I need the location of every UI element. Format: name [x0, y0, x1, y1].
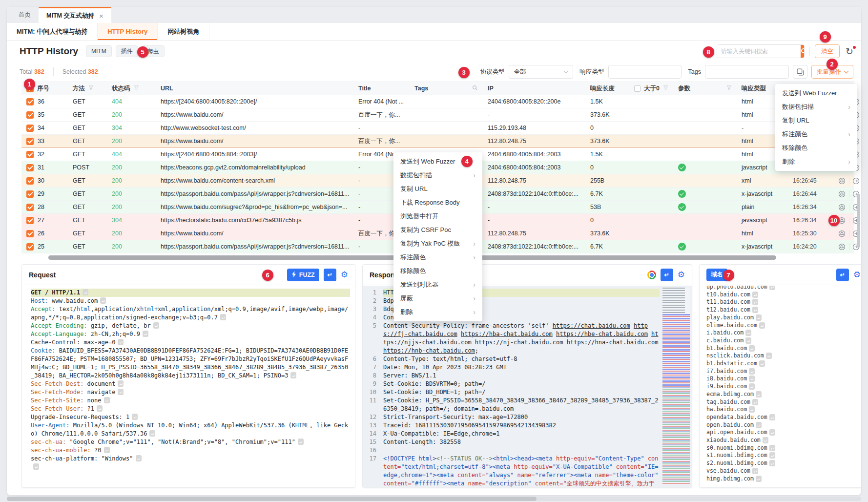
domain-item[interactable]: api.open.baidu.com↵ [706, 429, 861, 437]
domain-item[interactable]: open.baidu.com↵ [706, 421, 861, 429]
gear-icon[interactable]: ⚙ [341, 271, 348, 279]
search-input[interactable] [717, 45, 801, 58]
domain-item[interactable]: i.baidu.com↵ [706, 329, 861, 337]
tab-mitm-session[interactable]: MITM 交互式劫持 × [39, 7, 111, 23]
domain-item[interactable]: nsclick.baidu.com↵ [706, 352, 861, 360]
newline-toggle-button[interactable]: ↵ [324, 269, 336, 281]
domain-item[interactable]: t10.baidu.com↵ [706, 291, 861, 299]
menu-item[interactable]: 下载 Response Body [393, 196, 482, 209]
subtab-active[interactable]: HTTP History [98, 23, 158, 40]
domain-item[interactable]: s1.nuomi.bdimg.com↵ [706, 452, 861, 460]
row-checkbox[interactable] [26, 243, 34, 251]
menu-item[interactable]: 复制为 Yak PoC 模版› [393, 237, 482, 251]
domain-item[interactable]: xiaodu.baidu.com↵ [706, 437, 861, 444]
crlf-badge: ↵ [769, 460, 775, 466]
source-chip[interactable]: 插件 [116, 45, 138, 57]
menu-item[interactable]: 标注颜色› [393, 251, 482, 264]
domain-item[interactable]: i7.baidu.com↵ [706, 368, 861, 376]
row-checkbox[interactable] [26, 230, 34, 237]
menu-item[interactable]: 标注颜色› [775, 127, 857, 141]
filter-funnel-icon[interactable] [726, 85, 732, 92]
editor-minimap[interactable] [662, 288, 690, 483]
clear-button[interactable]: 清空 [815, 44, 840, 58]
row-checkbox[interactable] [26, 177, 34, 185]
menu-item[interactable]: 删除› [775, 155, 857, 168]
color-swatch-icon[interactable] [793, 65, 807, 79]
domain-item[interactable]: olime.baidu.com↵ [706, 322, 861, 330]
domain-item[interactable]: t12.baidu.com↵ [706, 306, 861, 314]
table-vertical-scrollbar[interactable] [857, 194, 860, 248]
tags-input[interactable] [705, 65, 789, 79]
table-row[interactable]: 35GET200https://www.baidu.com/百度一下，你...-… [21, 108, 854, 122]
menu-item[interactable]: 移除颜色 [393, 264, 482, 278]
search-icon[interactable] [801, 45, 805, 58]
source-chip[interactable]: MITM [86, 45, 112, 57]
menu-item[interactable]: 复制 URL [393, 182, 482, 196]
menu-item[interactable]: 数据包扫描› [775, 100, 857, 114]
protocol-select[interactable]: 全部 [509, 65, 573, 79]
domain-item[interactable]: c.baidu.com↵ [706, 337, 861, 345]
menu-item[interactable]: 复制为 CSRF Poc [393, 223, 482, 237]
open-in-browser-icon[interactable] [835, 230, 849, 237]
menu-item[interactable]: 发送到对比器› [393, 278, 482, 292]
gt0-checkbox[interactable] [634, 85, 641, 92]
menu-item[interactable]: 数据包扫描› [393, 168, 482, 182]
gear-icon[interactable]: ⚙ [678, 271, 685, 279]
filter-funnel-icon[interactable] [663, 85, 668, 92]
open-in-browser-icon[interactable] [835, 190, 849, 198]
menu-item[interactable]: 移除颜色 [775, 141, 857, 155]
refresh-icon[interactable]: ↻ [846, 47, 853, 56]
menu-item[interactable]: 删除› [393, 305, 482, 319]
row-checkbox[interactable] [26, 111, 34, 119]
domain-item[interactable]: ecma.bdimg.com↵ [706, 391, 861, 398]
menu-item[interactable]: 屏蔽› [393, 292, 482, 305]
row-checkbox[interactable] [26, 204, 34, 211]
table-row[interactable]: 36GET404https://[2404:6800:4005:820::200… [21, 95, 854, 108]
row-checkbox[interactable] [26, 98, 34, 105]
domain-item[interactable]: tag.baidu.com↵ [706, 398, 861, 406]
domain-item[interactable]: play.baidu.com↵ [706, 314, 861, 322]
fuzz-button[interactable]: FUZZ [287, 269, 319, 281]
row-checkbox[interactable] [26, 125, 34, 132]
search-icon[interactable] [472, 85, 478, 92]
domain-item[interactable]: i8.baidu.com↵ [706, 375, 861, 383]
open-in-browser-icon[interactable] [835, 243, 849, 251]
newline-toggle-button[interactable]: ↵ [661, 269, 673, 281]
domain-item[interactable]: himg.bdimg.com↵ [706, 475, 861, 483]
table-row[interactable]: 34GET304http://www.websocket-test.com/-1… [21, 122, 854, 135]
domain-item[interactable]: t11.baidu.com↵ [706, 298, 861, 306]
menu-item[interactable]: 浏览器中打开 [393, 209, 482, 223]
domain-item[interactable]: s0.nuomi.bdimg.com↵ [706, 444, 861, 452]
domain-item[interactable]: vse.baidu.com↵ [706, 467, 861, 475]
row-checkbox[interactable] [26, 190, 34, 198]
domain-item[interactable]: hw.baidu.com↵ [706, 406, 861, 414]
open-in-browser-icon[interactable] [835, 177, 849, 185]
row-checkbox[interactable] [26, 217, 34, 224]
response-type-input[interactable] [608, 65, 682, 79]
tab-home[interactable]: 首页 [11, 7, 39, 23]
domain-item[interactable]: s2.nuomi.bdimg.com↵ [706, 460, 861, 467]
subtab-item[interactable]: 网站树视角 [158, 23, 209, 40]
request-editor[interactable]: GET / HTTP/1.1↵Host: www.baidu.com↵Accep… [22, 286, 355, 487]
page-horizontal-scrollbar[interactable] [7, 497, 861, 501]
jump-to-detail-icon[interactable] [849, 177, 862, 185]
row-checkbox[interactable] [26, 151, 34, 158]
newline-toggle-button[interactable]: ↵ [836, 269, 849, 281]
gear-icon[interactable]: ⚙ [853, 271, 861, 279]
domain-item[interactable]: opendata.baidu.com↵ [706, 414, 861, 421]
domain-item[interactable]: up.photo.baidu.com↵ [706, 286, 861, 291]
filter-funnel-icon[interactable] [134, 85, 139, 92]
close-icon[interactable]: × [99, 12, 103, 20]
subtab-item[interactable]: MITM: 中间人代理与劫持 [7, 23, 98, 40]
menu-item[interactable]: 复制 URL [775, 114, 857, 127]
row-checkbox[interactable] [26, 138, 34, 145]
chrome-browser-icon[interactable] [647, 271, 656, 279]
table-row[interactable]: 33GET200https://www.baidu.com/百度一下，你...1… [21, 135, 854, 148]
open-in-browser-icon[interactable] [835, 204, 849, 211]
row-checkbox[interactable] [26, 164, 34, 171]
domain-item[interactable]: i9.baidu.com↵ [706, 383, 861, 391]
domain-item[interactable]: b1.baidu.com↵ [706, 345, 861, 353]
menu-item[interactable]: 发送到 Web Fuzzer [775, 86, 857, 100]
filter-funnel-icon[interactable] [88, 85, 94, 92]
domain-item[interactable]: b1.bdstatic.com↵ [706, 360, 861, 368]
